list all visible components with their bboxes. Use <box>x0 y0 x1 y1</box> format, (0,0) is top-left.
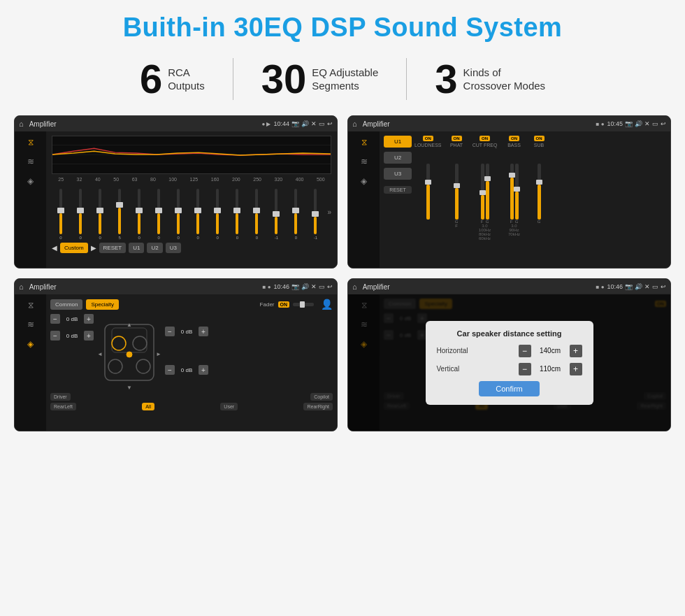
stat-text-eq: EQ AdjustableSegments <box>312 66 378 93</box>
page-wrapper: Buith-in 30EQ DSP Sound System 6 RCAOutp… <box>0 0 685 616</box>
cx-sidebar-eq-icon[interactable]: ⧖ <box>361 137 367 147</box>
fader-avatar-icon: 👤 <box>321 299 333 310</box>
vertical-control: − 110cm + <box>519 363 582 375</box>
eq-sidebar-speaker-icon[interactable]: ◈ <box>27 176 34 186</box>
fader-sidebar-eq-icon[interactable]: ⧖ <box>28 300 34 310</box>
cx-sidebar-wave-icon[interactable]: ≋ <box>361 157 368 166</box>
rear-left-plus[interactable]: + <box>84 331 94 341</box>
fader-specialty-tab[interactable]: Specialty <box>86 299 118 310</box>
eq-sidebar-eq-icon[interactable]: ⧖ <box>28 137 34 147</box>
eq-slider-10: 0 <box>247 189 266 240</box>
eq-slider-0: 0 <box>52 189 70 240</box>
eq-slider-13: -1 <box>306 189 324 240</box>
screen-eq: ⌂ Amplifier ● ▶ 10:44 📷🔊✕▭↩ ⧖ ≋ ◈ <box>14 115 338 268</box>
vertical-minus-btn[interactable]: − <box>519 363 531 375</box>
time-fader: 10:46 <box>273 283 289 290</box>
svg-text:◄: ◄ <box>98 351 103 357</box>
rearright-btn[interactable]: RearRight <box>303 403 333 410</box>
front-left-plus[interactable]: + <box>84 314 94 324</box>
rear-left-minus[interactable]: − <box>50 331 60 341</box>
stat-number-crossover: 3 <box>435 59 457 99</box>
fader-sidebar-wave-icon[interactable]: ≋ <box>27 320 34 329</box>
horizontal-minus-btn[interactable]: − <box>519 345 531 357</box>
svg-point-7 <box>133 336 147 350</box>
fader-h-track[interactable] <box>293 303 314 306</box>
stats-row: 6 RCAOutputs 30 EQ AdjustableSegments 3 … <box>14 58 671 100</box>
stat-number-eq: 30 <box>261 59 307 99</box>
fader-main-area: Common Specialty Fader ON 👤 <box>46 294 337 431</box>
front-right-vol: − 0 dB + <box>165 327 208 336</box>
svg-point-10 <box>127 352 132 357</box>
eq-sidebar-wave-icon[interactable]: ≋ <box>27 157 34 166</box>
driver-btn[interactable]: Driver <box>50 393 71 401</box>
svg-point-6 <box>112 336 126 350</box>
vertical-plus-btn[interactable]: + <box>570 363 582 375</box>
amplifier-title-dist: Amplifier <box>363 283 593 291</box>
svg-point-9 <box>136 359 150 373</box>
svg-rect-5 <box>112 328 147 352</box>
stat-number-rca: 6 <box>140 59 162 99</box>
cx-loudness: ON LOUDNESS <box>414 136 442 264</box>
rear-right-value: 0 dB <box>177 367 196 373</box>
cx-channels: ON LOUDNESS ON PHAT <box>414 136 666 264</box>
cx-cutfreq: ON CUT FREQ F G 3.0 <box>472 136 498 264</box>
rear-right-minus[interactable]: − <box>165 365 175 375</box>
eq-u3-btn[interactable]: U3 <box>166 243 181 253</box>
eq-slider-9: 0 <box>228 189 246 240</box>
speaker-layout-row: − 0 dB + − 0 dB + <box>50 314 333 391</box>
distance-dialog-overlay: Car speaker distance setting Horizontal … <box>348 294 670 431</box>
rearleft-btn[interactable]: RearLeft <box>50 403 76 410</box>
front-right-value: 0 dB <box>177 329 196 335</box>
cx-sidebar-speaker-icon[interactable]: ◈ <box>361 176 367 186</box>
fader-sidebar-speaker-icon[interactable]: ◈ <box>27 339 34 349</box>
stat-rca: 6 RCAOutputs <box>112 59 233 99</box>
home-icon-fader: ⌂ <box>19 282 24 291</box>
cx-u1-btn[interactable]: U1 <box>384 136 412 148</box>
eq-expand-icon[interactable]: » <box>327 208 331 216</box>
fader-common-tab[interactable]: Common <box>50 299 82 310</box>
copilot-btn[interactable]: Copilot <box>310 393 333 401</box>
eq-bottom-bar: ◀ Custom ▶ RESET U1 U2 U3 <box>52 243 331 253</box>
svg-text:▲: ▲ <box>127 322 132 328</box>
status-bar-eq: ⌂ Amplifier ● ▶ 10:44 📷🔊✕▭↩ <box>15 116 337 131</box>
eq-u2-btn[interactable]: U2 <box>147 243 162 253</box>
home-icon-dist: ⌂ <box>352 282 357 291</box>
cx-phat: ON PHAT G F <box>445 136 469 264</box>
all-btn[interactable]: All <box>142 403 154 410</box>
eq-next-btn[interactable]: ▶ <box>91 244 96 252</box>
main-title: Buith-in 30EQ DSP Sound System <box>123 13 563 43</box>
eq-sliders-row: 0 0 0 5 0 0 0 0 0 0 0 -1 0 -1 » <box>52 184 331 240</box>
confirm-button[interactable]: Confirm <box>479 381 540 396</box>
eq-graph <box>52 136 331 174</box>
amplifier-title-fader: Amplifier <box>29 283 260 291</box>
position-labels-2: RearLeft All User RearRight <box>50 403 333 410</box>
eq-u1-btn[interactable]: U1 <box>129 243 144 253</box>
front-right-plus[interactable]: + <box>199 327 208 336</box>
time-eq: 10:44 <box>273 120 289 127</box>
front-left-vol: − 0 dB + <box>50 314 94 324</box>
eq-reset-btn[interactable]: RESET <box>99 243 127 253</box>
horizontal-plus-btn[interactable]: + <box>570 345 582 357</box>
front-left-minus[interactable]: − <box>50 314 60 324</box>
front-right-minus[interactable]: − <box>165 327 175 336</box>
eq-custom-btn[interactable]: Custom <box>60 243 88 253</box>
rear-right-plus[interactable]: + <box>199 365 208 375</box>
status-bar-fader: ⌂ Amplifier ■ ● 10:46 📷🔊✕▭↩ <box>15 279 337 294</box>
screen-fader: ⌂ Amplifier ■ ● 10:46 📷🔊✕▭↩ ⧖ ≋ ◈ Common <box>14 278 338 431</box>
eq-slider-11: -1 <box>267 189 285 240</box>
home-icon-cx: ⌂ <box>352 120 357 128</box>
eq-screen-content: ⧖ ≋ ◈ <box>15 131 337 268</box>
cx-reset-btn[interactable]: RESET <box>384 186 412 194</box>
cx-u3-btn[interactable]: U3 <box>384 168 412 180</box>
position-labels: Driver Copilot <box>50 393 333 401</box>
crossover-main-area: U1 U2 U3 RESET ON LOUDNESS <box>380 131 670 268</box>
stat-text-rca: RCAOutputs <box>168 66 205 93</box>
eq-prev-btn[interactable]: ◀ <box>52 244 57 252</box>
user-btn[interactable]: User <box>220 403 238 410</box>
cx-u2-btn[interactable]: U2 <box>384 152 412 164</box>
vertical-label: Vertical <box>437 365 486 373</box>
distance-dialog: Car speaker distance setting Horizontal … <box>426 321 593 405</box>
status-icons-fader: 10:46 📷🔊✕▭↩ <box>273 283 333 290</box>
amplifier-title-eq: Amplifier <box>29 120 259 128</box>
eq-slider-8: 0 <box>208 189 226 240</box>
